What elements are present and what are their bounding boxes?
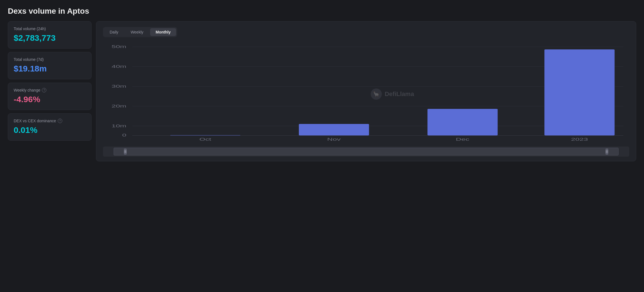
stat-value-weekly-change: -4.96% bbox=[14, 95, 86, 104]
svg-rect-12 bbox=[170, 135, 240, 135]
stat-label-total-volume-24h: Total volume (24h) bbox=[14, 27, 86, 31]
page-title: Dexs volume in Aptos bbox=[8, 7, 636, 16]
svg-rect-14 bbox=[427, 109, 498, 135]
chart-panel: Daily Weekly Monthly 50m 40m 30m 20m 10m bbox=[96, 21, 636, 161]
tab-monthly[interactable]: Monthly bbox=[150, 28, 176, 36]
info-icon-dex-cex-dominance[interactable]: ? bbox=[58, 119, 62, 123]
stat-card-total-volume-24h: Total volume (24h)$2,783,773 bbox=[8, 21, 92, 49]
stat-value-dex-cex-dominance: 0.01% bbox=[14, 125, 86, 135]
chart-svg: 50m 40m 30m 20m 10m 0 Oct Nov Dec 2023 bbox=[103, 44, 629, 144]
svg-text:10m: 10m bbox=[112, 124, 126, 128]
stat-label-total-volume-7d: Total volume (7d) bbox=[14, 57, 86, 62]
chart-scrollbar[interactable] bbox=[103, 147, 629, 157]
chart-area: 50m 40m 30m 20m 10m 0 Oct Nov Dec 2023 bbox=[103, 44, 629, 144]
tab-weekly[interactable]: Weekly bbox=[125, 28, 149, 36]
svg-rect-15 bbox=[544, 49, 614, 135]
main-layout: Total volume (24h)$2,783,773Total volume… bbox=[8, 21, 636, 161]
stat-value-total-volume-7d: $19.18m bbox=[14, 64, 86, 73]
svg-text:50m: 50m bbox=[112, 44, 126, 49]
stat-card-dex-cex-dominance: DEX vs CEX dominance?0.01% bbox=[8, 113, 92, 141]
svg-text:30m: 30m bbox=[112, 84, 126, 88]
scrollbar-handle-left[interactable] bbox=[124, 149, 127, 155]
stat-card-total-volume-7d: Total volume (7d)$19.18m bbox=[8, 52, 92, 79]
stat-label-weekly-change: Weekly change? bbox=[14, 88, 86, 92]
chart-tabs: Daily Weekly Monthly bbox=[103, 27, 177, 37]
stat-value-total-volume-24h: $2,783,773 bbox=[14, 33, 86, 43]
stat-card-weekly-change: Weekly change?-4.96% bbox=[8, 83, 92, 110]
svg-text:Nov: Nov bbox=[327, 137, 341, 142]
stats-panel: Total volume (24h)$2,783,773Total volume… bbox=[8, 21, 92, 141]
scrollbar-handle-right[interactable] bbox=[605, 149, 608, 155]
svg-text:Oct: Oct bbox=[200, 137, 211, 142]
info-icon-weekly-change[interactable]: ? bbox=[42, 88, 46, 92]
scrollbar-thumb[interactable] bbox=[114, 148, 619, 155]
svg-text:40m: 40m bbox=[112, 64, 126, 69]
svg-text:20m: 20m bbox=[112, 104, 126, 108]
svg-rect-13 bbox=[299, 124, 369, 135]
tab-daily[interactable]: Daily bbox=[104, 28, 124, 36]
svg-text:0: 0 bbox=[122, 133, 126, 138]
scrollbar-grip-left bbox=[124, 150, 127, 153]
svg-text:Dec: Dec bbox=[456, 137, 470, 142]
scrollbar-grip-right bbox=[606, 150, 608, 153]
stat-label-dex-cex-dominance: DEX vs CEX dominance? bbox=[14, 119, 86, 123]
svg-text:2023: 2023 bbox=[571, 137, 588, 142]
